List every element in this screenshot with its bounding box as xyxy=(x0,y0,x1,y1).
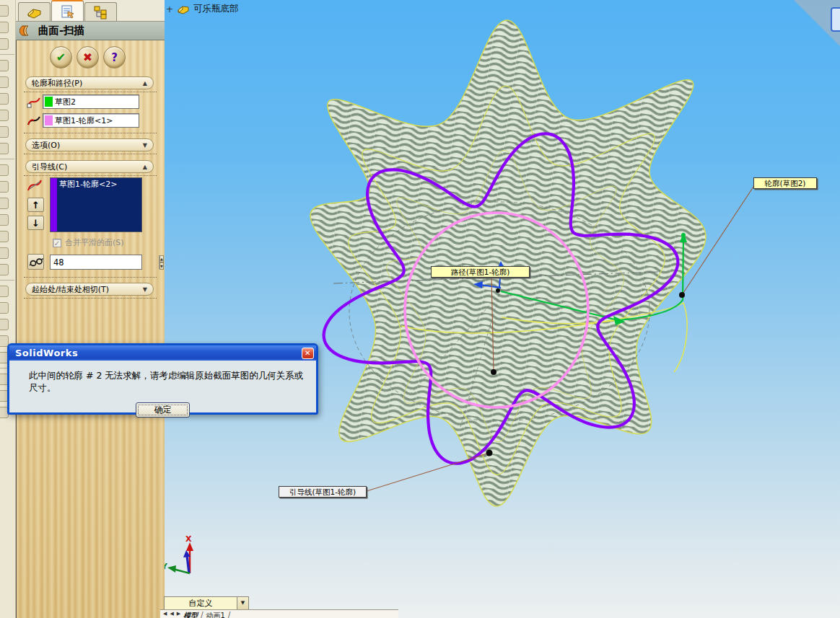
profile-color-swatch xyxy=(45,97,53,107)
guide-curve-list[interactable]: 草图1-轮廓<2> xyxy=(50,177,142,232)
toolbar-icon-stub[interactable] xyxy=(0,93,9,105)
profile-value: 草图2 xyxy=(55,97,76,107)
tree-expand-icon[interactable]: + xyxy=(166,4,173,14)
cancel-button[interactable]: ✖ xyxy=(76,46,99,69)
solidworks-error-dialog: SolidWorks ✕ 此中间的轮廓 # 2 无法求解，请考虑编辑原始截面草图… xyxy=(7,343,318,415)
glasses-icon xyxy=(29,257,43,267)
dialog-ok-button[interactable]: 确定 xyxy=(136,402,190,418)
section-label: 引导线(C) xyxy=(32,162,67,172)
guide-color-bar xyxy=(51,178,57,231)
toolbar-icon-stub[interactable] xyxy=(0,319,9,330)
toolbar-separator xyxy=(0,159,14,159)
toolbar-icon-stub[interactable] xyxy=(0,5,9,17)
path-row: 草图1-轮廓<1> xyxy=(25,113,139,128)
question-icon: ? xyxy=(111,51,118,64)
toolbar-icon-stub[interactable] xyxy=(0,214,9,226)
section-count-spinner: ▲ ▼ xyxy=(159,255,164,269)
close-icon: ✕ xyxy=(305,349,311,357)
toolbar-icon-stub[interactable] xyxy=(0,302,9,314)
section-guide-curves[interactable]: 引导线(C) ▲ xyxy=(25,160,154,173)
help-button[interactable]: ? xyxy=(103,46,126,69)
combobox-value: 自定义 xyxy=(165,598,237,609)
property-manager-icon xyxy=(59,4,76,19)
toolbar-icon-stub[interactable] xyxy=(0,164,9,176)
toolbar-icon-stub[interactable] xyxy=(0,22,9,33)
tab-animation[interactable]: 动画1 xyxy=(206,611,225,618)
expand-arrow-icon: ▼ xyxy=(143,142,147,149)
section-profile-path[interactable]: 轮廓和路径(P) ▲ xyxy=(25,76,154,89)
part-icon xyxy=(177,4,190,14)
toolbar-icon-stub[interactable] xyxy=(0,38,9,50)
panel-body: ✔ ✖ ? 轮廓和路径(P) ▲ 草图2 xyxy=(16,40,165,618)
arrow-up-icon: ↑ xyxy=(32,200,40,211)
merge-faces-checkbox[interactable]: ✓ xyxy=(53,239,61,247)
guide-curve-icon xyxy=(25,177,44,193)
callout-profile: 轮廓(草图2) xyxy=(753,177,817,189)
move-up-button[interactable]: ↑ xyxy=(27,198,44,212)
expand-arrow-icon: ▼ xyxy=(143,286,147,293)
toolbar-icon-stub[interactable] xyxy=(0,110,9,121)
check-icon: ✔ xyxy=(56,50,66,64)
check-icon: ✓ xyxy=(54,239,60,247)
path-value: 草图1-轮廓<1> xyxy=(55,115,113,126)
property-manager-panel: 曲面-扫描 ✔ ✖ ? 轮廓和路径(P) ▲ xyxy=(16,0,165,618)
ok-button[interactable]: ✔ xyxy=(50,46,72,69)
callout-guide: 引导线(草图1-轮廓) xyxy=(279,486,367,498)
sweep-feature-icon xyxy=(19,25,34,37)
toolbar-icon-stub[interactable] xyxy=(0,286,9,297)
zebra-surface xyxy=(180,20,794,555)
toolbar-icon-stub[interactable] xyxy=(0,76,9,88)
toolbar-separator xyxy=(0,280,14,281)
dialog-titlebar[interactable]: SolidWorks ✕ xyxy=(9,345,316,361)
tab-configuration-manager[interactable] xyxy=(84,2,117,21)
merge-faces-row: ✓ 合并平滑的面(S) xyxy=(53,237,124,248)
tab-nav-next[interactable]: ▶ xyxy=(177,611,180,617)
show-sections-button[interactable] xyxy=(27,254,44,270)
toolbar-icon-stub[interactable] xyxy=(0,264,9,275)
tab-model[interactable]: 模型 xyxy=(183,611,198,618)
toolbar-icon-stub[interactable] xyxy=(0,181,9,193)
model-animation-tabbar: ◀ ◀ ▶ 模型 / 动画1 / xyxy=(160,609,398,618)
toolbar-icon-stub[interactable] xyxy=(0,247,9,259)
section-options[interactable]: 选项(O) ▼ xyxy=(25,138,154,151)
combobox-dropdown-button[interactable]: ▼ xyxy=(237,597,248,609)
guide-list-selected-item[interactable]: 草图1-轮廓<2> xyxy=(57,178,141,231)
tab-feature-manager[interactable] xyxy=(18,2,51,21)
toolbar-icon-stub[interactable] xyxy=(0,231,9,242)
surface-outer-edge xyxy=(310,20,706,506)
dialog-close-button[interactable]: ✕ xyxy=(302,348,314,359)
section-label: 起始处/结束处相切(T) xyxy=(32,284,109,295)
section-count-field: ▲ ▼ xyxy=(50,255,142,270)
profile-sketch-icon xyxy=(25,94,43,109)
section-count-input[interactable] xyxy=(51,255,159,269)
path-sketch-icon xyxy=(25,113,43,128)
panel-header: 曲面-扫描 xyxy=(16,22,165,40)
axis-x-label: X xyxy=(185,534,192,544)
move-down-button[interactable]: ↓ xyxy=(27,216,44,230)
section-tangency[interactable]: 起始处/结束处相切(T) ▼ xyxy=(25,283,154,296)
tab-nav-prev[interactable]: ◀ xyxy=(170,611,173,617)
collapse-arrow-icon: ▲ xyxy=(143,164,147,170)
toolbar-separator xyxy=(0,54,14,55)
collapse-arrow-icon: ▲ xyxy=(143,80,147,87)
tab-nav-first[interactable]: ◀ xyxy=(163,611,167,617)
dialog-title: SolidWorks xyxy=(15,348,78,358)
toolbar-icon-stub[interactable] xyxy=(0,60,9,71)
toolbar-icon-stub[interactable] xyxy=(0,198,9,209)
feature-tree-node[interactable]: + 可乐瓶底部 xyxy=(166,3,239,15)
profile-selection-field[interactable]: 草图2 xyxy=(43,94,139,109)
callout-path: 路径(草图1-轮廓) xyxy=(431,266,530,278)
merge-faces-label: 合并平滑的面(S) xyxy=(65,237,124,248)
view-orientation-triad: X Y xyxy=(161,534,193,573)
section-label: 轮廓和路径(P) xyxy=(32,78,82,89)
profile-row: 草图2 xyxy=(25,94,139,109)
tab-property-manager[interactable] xyxy=(51,0,84,21)
toolbar-icon-stub[interactable] xyxy=(0,143,9,154)
panel-title: 曲面-扫描 xyxy=(38,24,84,37)
path-selection-field[interactable]: 草图1-轮廓<1> xyxy=(43,113,139,128)
toolbar-icon-stub[interactable] xyxy=(0,126,9,138)
spin-up-button[interactable]: ▲ xyxy=(159,255,164,262)
section-label: 选项(O) xyxy=(32,140,60,151)
custom-view-combobox[interactable]: 自定义 ▼ xyxy=(164,596,249,610)
spin-down-button[interactable]: ▼ xyxy=(159,262,164,270)
